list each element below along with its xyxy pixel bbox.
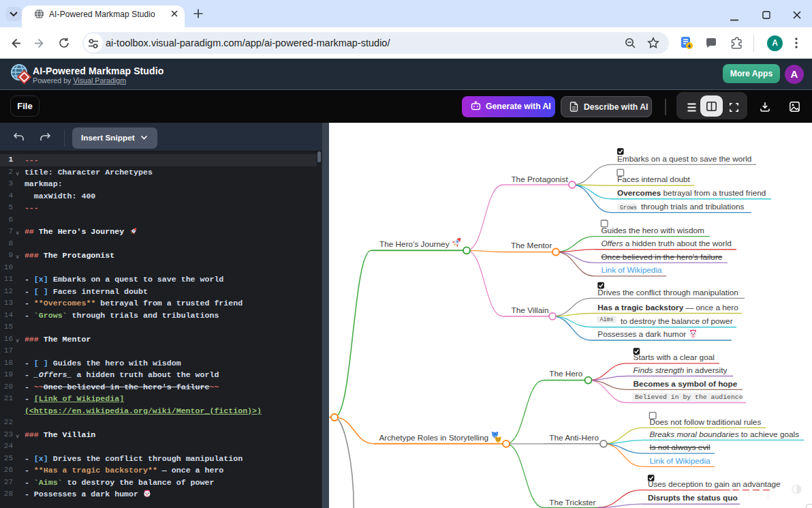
svg-text:Does not follow traditional ru: Does not follow traditional rules — [649, 417, 761, 427]
svg-text:The Villain: The Villain — [512, 305, 549, 315]
svg-text:Has a tragic backstory — once: Has a tragic backstory — once a hero — [597, 303, 738, 312]
svg-text:Is not always evil: Is not always evil — [649, 443, 710, 452]
svg-text:Archetype Roles in Storytellin: Archetype Roles in Storytelling — [379, 433, 488, 443]
svg-text:Faces internal doubt: Faces internal doubt — [617, 175, 691, 184]
svg-text:through trials and tribulation: through trials and tribulations — [641, 202, 745, 211]
svg-text:Offers a hidden truth about th: Offers a hidden truth about the world — [601, 239, 732, 248]
svg-text:to destroy the balance of powe: to destroy the balance of power — [621, 316, 733, 326]
svg-text:Embarks on a quest to save the: Embarks on a quest to save the world — [617, 154, 751, 164]
svg-text:Overcomes betrayal from a trus: Overcomes betrayal from a trusted friend — [617, 188, 766, 198]
svg-text:Breaks moral boundaries to ach: Breaks moral boundaries to achieve goals — [649, 430, 799, 439]
svg-text:The Hero: The Hero — [549, 369, 583, 378]
svg-text:The Hero's Journey: The Hero's Journey — [379, 239, 450, 249]
svg-text:Finds strength in adversity: Finds strength in adversity — [634, 365, 728, 375]
svg-text:Link of Wikipedia: Link of Wikipedia — [601, 265, 662, 275]
svg-text:The Mentor: The Mentor — [511, 241, 552, 250]
svg-text:Guides the hero with wisdom: Guides the hero with wisdom — [601, 226, 704, 235]
svg-text:Link of Wikipedia: Link of Wikipedia — [649, 456, 710, 466]
svg-text:Disrupts the status quo: Disrupts the status quo — [648, 493, 738, 503]
svg-text:Grows: Grows — [620, 205, 637, 211]
svg-text:Uses deception to gain an adva: Uses deception to gain an advantage — [648, 479, 781, 489]
svg-text:The Anti-Hero: The Anti-Hero — [549, 433, 599, 443]
svg-text:Once believed in the hero's fa: Once believed in the hero's failure — [601, 252, 722, 262]
svg-text:The Trickster: The Trickster — [549, 498, 595, 507]
svg-text:The Protagonist: The Protagonist — [511, 175, 568, 184]
svg-text:Believed in by the audience: Believed in by the audience — [635, 393, 743, 401]
svg-text:Starts with a clear goal: Starts with a clear goal — [634, 353, 715, 362]
svg-text:Becomes a symbol of hope: Becomes a symbol of hope — [634, 379, 738, 389]
svg-text:Drives the conflict through ma: Drives the conflict through manipulation — [597, 288, 738, 297]
svg-text:Aims: Aims — [600, 316, 614, 323]
svg-text:Possesses a dark humor: Possesses a dark humor — [597, 329, 686, 339]
